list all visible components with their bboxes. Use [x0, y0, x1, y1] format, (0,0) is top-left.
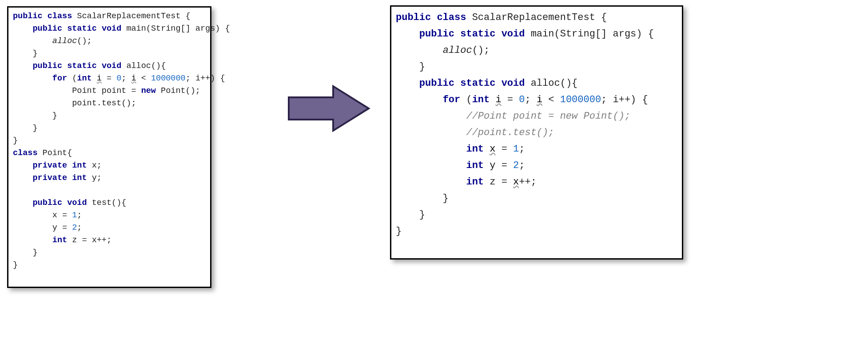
code-token: <	[136, 74, 151, 83]
code-token: point.test();	[13, 99, 136, 108]
code-token: }	[396, 193, 449, 204]
code-token: (	[460, 94, 472, 105]
code-token: alloc(){	[525, 78, 577, 89]
code-token: =	[495, 144, 513, 155]
code-token: y =	[484, 160, 513, 171]
code-token: Point{	[38, 148, 72, 158]
code-token	[13, 198, 32, 208]
code-token: int	[466, 144, 484, 155]
code-token: public	[419, 28, 454, 40]
code-token: ++;	[519, 176, 537, 188]
code-token: new	[141, 86, 156, 96]
code-token: 0	[116, 74, 121, 83]
code-token: public	[32, 198, 62, 208]
code-token	[13, 236, 52, 245]
code-token: class	[13, 148, 38, 158]
code-token: i	[537, 94, 542, 105]
code-token: static	[460, 28, 495, 40]
code-token: z =	[484, 176, 513, 188]
code-token: ;	[519, 160, 525, 171]
code-token: ; i++) {	[186, 74, 225, 83]
code-token: int	[466, 160, 484, 171]
code-token: (	[67, 74, 77, 83]
code-after-content: public class ScalarReplacementTest { pub…	[396, 9, 677, 240]
code-token: }	[396, 209, 425, 220]
code-token	[13, 36, 52, 46]
code-token	[97, 61, 102, 71]
code-token: }	[13, 111, 57, 120]
code-token	[92, 74, 97, 83]
code-token: public	[396, 12, 431, 23]
arrow-right-icon	[284, 82, 373, 135]
scalar-replacement-diagram: public class ScalarReplacementTest { pub…	[0, 0, 868, 360]
code-token: alloc	[52, 36, 77, 46]
code-token	[62, 198, 67, 208]
code-token	[490, 94, 495, 105]
code-token: public	[32, 61, 62, 71]
code-token: ScalarReplacementTest {	[72, 12, 190, 21]
code-token: static	[67, 24, 97, 33]
code-token: ScalarReplacementTest {	[466, 12, 607, 23]
code-token	[396, 160, 466, 171]
code-token: ();	[472, 45, 490, 56]
code-token	[484, 144, 490, 155]
arrow-shape	[289, 86, 369, 131]
code-token	[396, 45, 443, 56]
code-token: x	[513, 176, 519, 188]
code-token	[62, 61, 67, 71]
code-token	[495, 28, 501, 40]
code-token: public	[32, 24, 62, 33]
code-token: test(){	[87, 198, 127, 208]
code-token: void	[502, 78, 525, 89]
code-token: int	[72, 161, 87, 170]
code-token: private	[32, 161, 67, 170]
code-token: alloc(){	[121, 61, 166, 71]
code-token: ; i++) {	[601, 94, 648, 105]
code-token: i	[97, 74, 102, 83]
code-token	[43, 12, 48, 21]
code-token: x =	[13, 211, 72, 220]
code-token	[13, 61, 32, 71]
code-token	[396, 94, 443, 105]
code-token: int	[466, 176, 484, 188]
code-token: int	[52, 236, 67, 245]
code-token: 1	[513, 144, 519, 155]
code-token	[454, 78, 460, 89]
code-token: 1000000	[151, 74, 186, 83]
code-token	[97, 24, 102, 33]
code-token: =	[502, 94, 519, 105]
code-token: ();	[77, 36, 92, 46]
code-token: int	[472, 94, 490, 105]
code-token: x	[490, 144, 495, 155]
code-token: 1000000	[560, 94, 601, 105]
code-token	[454, 28, 460, 40]
code-token	[396, 176, 466, 188]
code-token: }	[13, 136, 18, 145]
code-token: private	[32, 173, 67, 183]
code-token: main(String[] args) {	[525, 28, 653, 40]
code-token: public	[419, 78, 454, 89]
code-token: 0	[519, 94, 525, 105]
code-token	[13, 24, 32, 33]
code-token: ;	[525, 94, 536, 105]
code-token: void	[102, 24, 121, 33]
code-token	[13, 74, 52, 83]
code-token: }	[396, 61, 425, 72]
code-token	[396, 127, 466, 138]
code-token: void	[502, 28, 525, 40]
code-token: int	[72, 173, 87, 183]
code-token: class	[437, 12, 466, 23]
code-token: ;	[77, 211, 82, 220]
code-token: ;	[77, 223, 82, 232]
code-token: i	[495, 94, 501, 105]
code-after-box: public class ScalarReplacementTest { pub…	[390, 5, 683, 260]
code-token: x;	[87, 161, 102, 170]
code-token: for	[52, 74, 67, 83]
code-token: static	[67, 61, 97, 71]
code-token: ;	[121, 74, 131, 83]
code-token	[13, 161, 32, 170]
code-token: main(String[] args) {	[121, 24, 230, 33]
code-token: alloc	[443, 45, 472, 56]
code-token: int	[77, 74, 92, 83]
code-token: 2	[513, 160, 519, 171]
